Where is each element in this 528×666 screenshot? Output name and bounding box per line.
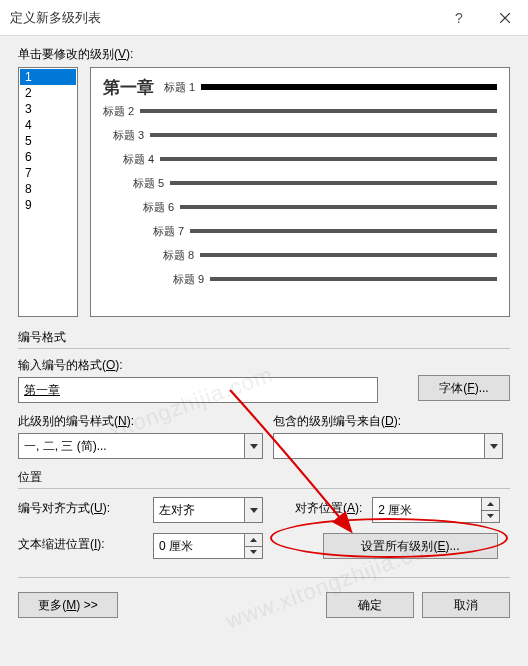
svg-marker-6	[487, 514, 494, 518]
preview-row-9: 标题 9	[103, 270, 497, 288]
level-label: 单击要修改的级别(V):	[18, 46, 510, 63]
svg-marker-2	[250, 444, 258, 449]
level-item-3[interactable]: 3	[20, 101, 76, 117]
more-button[interactable]: 更多(M) >>	[18, 592, 118, 618]
align-label: 编号对齐方式(U):	[18, 500, 143, 517]
level-item-5[interactable]: 5	[20, 133, 76, 149]
group-position-label: 位置	[18, 469, 510, 486]
window-title: 定义新多级列表	[10, 9, 436, 27]
align-combo[interactable]: 左对齐	[153, 497, 263, 523]
cancel-button[interactable]: 取消	[422, 592, 510, 618]
spin-up-icon[interactable]	[482, 498, 499, 511]
ok-button[interactable]: 确定	[326, 592, 414, 618]
format-input[interactable]	[18, 377, 378, 403]
spin-down-icon[interactable]	[245, 547, 262, 559]
help-button[interactable]: ?	[436, 0, 482, 36]
level-item-6[interactable]: 6	[20, 149, 76, 165]
spin-down-icon[interactable]	[482, 511, 499, 523]
preview-row-7: 标题 7	[103, 222, 497, 240]
level-listbox[interactable]: 123456789	[18, 67, 78, 317]
preview-row-8: 标题 8	[103, 246, 497, 264]
style-combo[interactable]: 一, 二, 三 (简)...	[18, 433, 263, 459]
group-format-label: 编号格式	[18, 329, 510, 346]
preview-row-3: 标题 3	[103, 126, 497, 144]
preview-row-5: 标题 5	[103, 174, 497, 192]
alignpos-label: 对齐位置(A):	[295, 500, 362, 517]
svg-marker-8	[250, 550, 257, 554]
indent-spinner[interactable]: 0 厘米	[153, 533, 263, 559]
chevron-down-icon	[244, 498, 262, 522]
close-button[interactable]	[482, 0, 528, 36]
format-label: 输入编号的格式(O):	[18, 357, 408, 374]
level-item-8[interactable]: 8	[20, 181, 76, 197]
level-item-7[interactable]: 7	[20, 165, 76, 181]
chevron-down-icon	[484, 434, 502, 458]
level-item-9[interactable]: 9	[20, 197, 76, 213]
set-all-levels-button[interactable]: 设置所有级别(E)...	[323, 533, 498, 559]
preview-row-1: 第一章标题 1	[103, 78, 497, 96]
level-item-2[interactable]: 2	[20, 85, 76, 101]
spin-up-icon[interactable]	[245, 534, 262, 547]
alignpos-spinner[interactable]: 2 厘米	[372, 497, 500, 523]
svg-marker-3	[490, 444, 498, 449]
include-combo[interactable]	[273, 433, 503, 459]
include-label: 包含的级别编号来自(D):	[273, 413, 510, 430]
chevron-down-icon	[244, 434, 262, 458]
indent-label: 文本缩进位置(I):	[18, 536, 143, 553]
svg-marker-7	[250, 538, 257, 542]
titlebar: 定义新多级列表 ?	[0, 0, 528, 36]
preview-row-6: 标题 6	[103, 198, 497, 216]
preview-row-2: 标题 2	[103, 102, 497, 120]
close-icon	[500, 13, 510, 23]
svg-marker-5	[487, 502, 494, 506]
preview-row-4: 标题 4	[103, 150, 497, 168]
style-label: 此级别的编号样式(N):	[18, 413, 263, 430]
svg-marker-4	[250, 508, 258, 513]
level-item-4[interactable]: 4	[20, 117, 76, 133]
preview-pane: 第一章标题 1标题 2标题 3标题 4标题 5标题 6标题 7标题 8标题 9	[90, 67, 510, 317]
level-item-1[interactable]: 1	[20, 69, 76, 85]
font-button[interactable]: 字体(F)...	[418, 375, 510, 401]
